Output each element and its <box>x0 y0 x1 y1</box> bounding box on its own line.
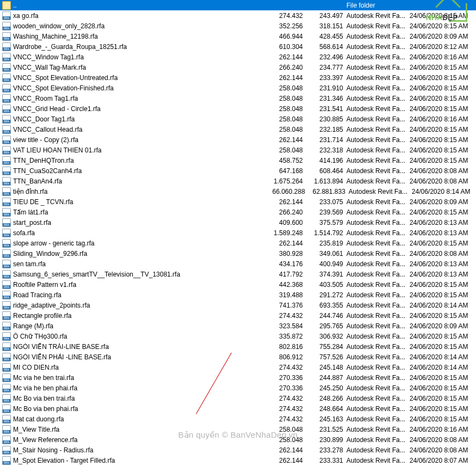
rfa-file-icon <box>2 115 11 124</box>
file-row[interactable]: TTN_BanAn4.rfa1.675.2641.613.894Autodesk… <box>0 176 476 186</box>
file-row[interactable]: TTN_DenHQTron.rfa458.752414.196Autodesk … <box>0 155 476 165</box>
file-row[interactable]: tiện đỉnh.rfa66.060.28862.881.833Autodes… <box>0 186 476 197</box>
file-row[interactable]: Mc Bo via ben phai.rfa274.432248.664Auto… <box>0 403 476 414</box>
rfa-file-icon <box>2 63 11 72</box>
file-row[interactable]: Washing_Machine_12198.rfa466.944428.455A… <box>0 31 476 41</box>
file-row[interactable]: view title - Copy (2).rfa262.144231.714A… <box>0 134 476 145</box>
file-type: Autodesk Revit Fa... <box>346 64 406 71</box>
file-row[interactable]: ridge_adaptive_2points.rfa741.376693.355… <box>0 300 476 310</box>
file-size1: 1.675.264 <box>272 177 305 185</box>
file-name: VNCC_Spot Elevation-Untreated.rfa <box>13 74 272 82</box>
file-date: 24/06/2020 8:15 AM <box>406 84 476 92</box>
folder-icon <box>2 1 11 10</box>
file-row[interactable]: Tấm lát1.rfa266.240239.569Autodesk Revit… <box>0 207 476 217</box>
file-row[interactable]: start_post.rfa409.600375.579Autodesk Rev… <box>0 217 476 228</box>
file-size2: 349.061 <box>305 250 346 258</box>
rfa-file-icon <box>2 229 11 237</box>
file-name: Sliding_Window_9296.rfa <box>13 250 272 258</box>
file-date: 24/06/2020 8:08 AM <box>406 250 476 258</box>
file-row[interactable]: Sliding_Window_9296.rfa380.928349.061Aut… <box>0 248 476 259</box>
file-type: Autodesk Revit Fa... <box>346 105 406 113</box>
file-row[interactable]: Mat cat duong.rfa274.432245.163Autodesk … <box>0 414 476 424</box>
file-name: Mc via he ben trai.rfa <box>13 374 272 382</box>
file-row[interactable]: VNCC_Spot Elevation-Finished.rfa258.0482… <box>0 83 476 93</box>
file-row[interactable]: VNCC_Room Tag1.rfa258.048231.346Autodesk… <box>0 93 476 103</box>
file-row[interactable]: NGÓI VIỀN TRÁI-LINE BASE.rfa802.816755.2… <box>0 341 476 352</box>
file-row[interactable]: VNCC_Grid Head - Circle1.rfa258.048231.5… <box>0 103 476 114</box>
file-date: 24/06/2020 8:15 AM <box>406 312 476 320</box>
file-size2: 233.397 <box>305 74 346 82</box>
file-type: Autodesk Revit Fa... <box>346 250 406 258</box>
file-size2: 231.346 <box>305 95 346 102</box>
file-type: Autodesk Revit Fa... <box>346 209 406 216</box>
file-size1: 262.144 <box>272 136 305 144</box>
file-row[interactable]: M_View Reference.rfa258.048230.899Autode… <box>0 434 476 445</box>
file-row[interactable]: M_Spot Elevation - Target Filled.rfa262.… <box>0 455 476 465</box>
rfa-file-icon <box>2 373 11 382</box>
file-row[interactable]: slope arrow - generic tag.rfa262.144235.… <box>0 238 476 248</box>
file-row[interactable]: sen tam.rfa434.176400.949Autodesk Revit … <box>0 259 476 269</box>
file-size2: 239.569 <box>305 209 346 216</box>
file-size1: 335.872 <box>272 333 305 340</box>
rfa-file-icon <box>2 394 11 403</box>
file-size2: 231.541 <box>305 105 346 113</box>
file-name: VAT LIEU HOAN THIEN 01.rfa <box>13 146 272 154</box>
file-name: M_View Title.rfa <box>13 426 272 433</box>
file-row[interactable]: xa go.rfa274.432243.497Autodesk Revit Fa… <box>0 10 476 21</box>
file-date: 24/06/2020 8:14 AM <box>406 302 476 309</box>
file-row[interactable]: Rectangle profile.rfa274.432244.746Autod… <box>0 310 476 321</box>
file-row[interactable]: VNCC_Wall Tag-Mark.rfa266.240234.777Auto… <box>0 62 476 72</box>
file-type: Autodesk Revit Fa... <box>349 188 408 195</box>
file-type: Autodesk Revit Fa... <box>346 457 406 464</box>
rfa-file-icon <box>2 332 11 341</box>
file-date: 24/06/2020 8:13 AM <box>406 229 476 237</box>
file-row[interactable]: Rooftile Pattern v1.rfa442.368403.505Aut… <box>0 279 476 290</box>
file-row[interactable]: TTN_CuaSo2Canh4.rfa647.168608.464Autodes… <box>0 165 476 176</box>
file-row[interactable]: Range (M).rfa323.584295.765Autodesk Revi… <box>0 321 476 331</box>
file-name: Rectangle profile.rfa <box>13 312 272 320</box>
rfa-file-icon <box>2 125 11 134</box>
file-type: Autodesk Revit Fa... <box>346 240 406 247</box>
file-name: Wardrobe_-_Guarda_Roupa_18251.rfa <box>13 43 272 51</box>
file-size2: 232.496 <box>305 53 346 61</box>
file-row[interactable]: NGÓI VIỀN PHẢI -LINE BASE.rfa806.912757.… <box>0 352 476 362</box>
rfa-file-icon <box>2 260 11 268</box>
file-name: xa go.rfa <box>13 12 272 20</box>
parent-folder-row[interactable]: .. File folder <box>0 0 476 10</box>
file-row[interactable]: Ô Chữ THọ300.rfa335.872306.932Autodesk R… <box>0 331 476 341</box>
rfa-file-icon <box>2 11 11 20</box>
file-row[interactable]: VNCC_Window Tag1.rfa262.144232.496Autode… <box>0 52 476 62</box>
file-row[interactable]: Mc via he ben phai.rfa270.336245.250Auto… <box>0 383 476 393</box>
rfa-file-icon <box>2 136 11 144</box>
file-size2: 62.881.833 <box>307 188 349 195</box>
file-size2: 231.525 <box>305 426 346 433</box>
file-row[interactable]: sofa.rfa1.589.2481.514.792Autodesk Revit… <box>0 228 476 238</box>
file-row[interactable]: Mc via he ben trai.rfa270.336244.887Auto… <box>0 372 476 383</box>
file-row[interactable]: Road Tracing.rfa319.488291.272Autodesk R… <box>0 290 476 300</box>
file-row[interactable]: wooden_window_only_2828.rfa352.256318.15… <box>0 21 476 31</box>
file-row[interactable]: VNCC_Callout Head.rfa258.048232.185Autod… <box>0 124 476 134</box>
file-size2: 244.887 <box>305 374 346 382</box>
file-name: NGÓI VIỀN PHẢI -LINE BASE.rfa <box>13 353 272 361</box>
file-row[interactable]: VAT LIEU HOAN THIEN 01.rfa258.048232.318… <box>0 145 476 155</box>
file-name: VNCC_Wall Tag-Mark.rfa <box>13 64 272 71</box>
file-date: 24/06/2020 8:15 AM <box>406 209 476 216</box>
file-row[interactable]: Samsung_6_series_smartTV__Television__TV… <box>0 269 476 279</box>
file-type: Autodesk Revit Fa... <box>346 364 406 371</box>
file-row[interactable]: M_Stair Nosing - Radius.rfa262.144233.27… <box>0 445 476 455</box>
file-row[interactable]: Wardrobe_-_Guarda_Roupa_18251.rfa610.304… <box>0 41 476 52</box>
file-size2: 374.391 <box>305 271 346 278</box>
rfa-file-icon <box>2 187 11 196</box>
file-row[interactable]: Mc Bo via ben trai.rfa274.432248.266Auto… <box>0 393 476 403</box>
rfa-file-icon <box>2 218 11 227</box>
file-row[interactable]: TIEU DE _ TCVN.rfa262.144233.075Autodesk… <box>0 197 476 207</box>
rfa-file-icon <box>2 84 11 93</box>
file-type: Autodesk Revit Fa... <box>346 271 406 278</box>
file-size1: 274.432 <box>272 312 305 320</box>
file-row[interactable]: M_View Title.rfa258.048231.525Autodesk R… <box>0 424 476 434</box>
file-date: 24/06/2020 8:16 AM <box>406 53 476 61</box>
file-row[interactable]: MI CO DIEN.rfa274.432245.148Autodesk Rev… <box>0 362 476 372</box>
file-row[interactable]: VNCC_Spot Elevation-Untreated.rfa262.144… <box>0 72 476 83</box>
file-row[interactable]: VNCC_Door Tag1.rfa258.048230.885Autodesk… <box>0 114 476 124</box>
file-name: VNCC_Callout Head.rfa <box>13 126 272 133</box>
